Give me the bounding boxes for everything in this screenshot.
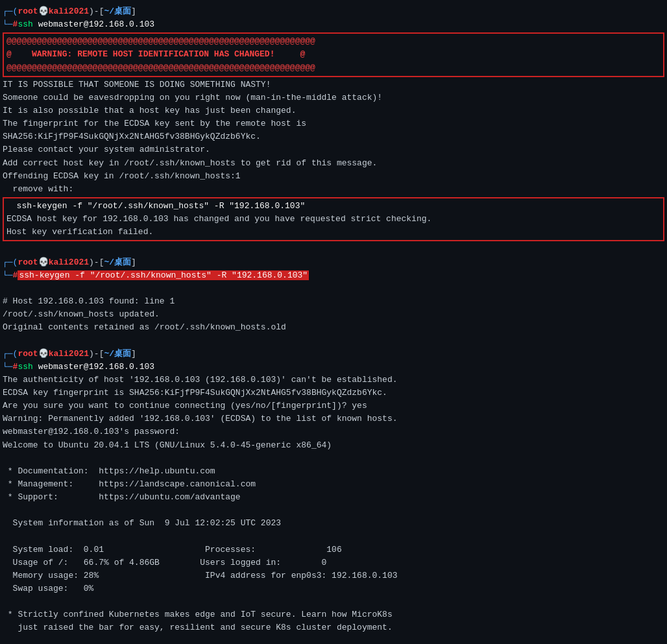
text-eavesdrop: Someone could be eavesdropping on you ri… <box>3 91 664 104</box>
prompt-cmd-text-1: ssh webmaster@192.168.0.103 <box>18 18 154 31</box>
text-add-key: Add correct host key in /root/.ssh/known… <box>3 157 664 170</box>
prompt-deco-1: ┌─( <box>3 5 18 18</box>
empty-4 <box>3 452 664 465</box>
prompt-host-1: kali2021 <box>49 5 89 18</box>
prompt-cmd-text-2: ssh-keygen -f "/root/.ssh/known_hosts" -… <box>18 269 309 282</box>
prompt-cmd-line-3: └─# ssh webmaster@192.168.0.103 <box>3 361 664 374</box>
prompt-bracket-end-2: ] <box>131 256 136 269</box>
prompt-deco-cmd-3: └─ <box>3 361 13 374</box>
terminal-window: ┌─(root💀kali2021)-[~/桌面] └─# ssh webmast… <box>0 0 667 644</box>
prompt-cmd-line-2: └─# ssh-keygen -f "/root/.ssh/known_host… <box>3 269 664 282</box>
warn-at-top: @@@@@@@@@@@@@@@@@@@@@@@@@@@@@@@@@@@@@@@@… <box>6 35 661 48</box>
keygen-highlight-block: ssh-keygen -f "/root/.ssh/known_hosts" -… <box>3 197 664 241</box>
warn-at-bot: @@@@@@@@@@@@@@@@@@@@@@@@@@@@@@@@@@@@@@@@… <box>6 62 661 75</box>
prompt-line-1: ┌─(root💀kali2021)-[~/桌面] <box>3 5 664 18</box>
prompt-deco-cmd-2: └─ <box>3 269 13 282</box>
prompt-hash-1: # <box>13 18 18 31</box>
text-authenticity: The authenticity of host '192.168.0.103 … <box>3 374 664 387</box>
text-retained: Original contents retained as /root/.ssh… <box>3 321 664 334</box>
warn-msg: @ WARNING: REMOTE HOST IDENTIFICATION HA… <box>6 48 661 61</box>
warning-block: @@@@@@@@@@@@@@@@@@@@@@@@@@@@@@@@@@@@@@@@… <box>3 32 664 77</box>
text-offending: Offending ECDSA key in /root/.ssh/known_… <box>3 170 664 183</box>
text-permanently: Warning: Permanently added '192.168.0.10… <box>3 412 664 425</box>
text-sysinfo-date: System information as of Sun 9 Jul 12:02… <box>3 517 664 530</box>
prompt-deco-3: ┌─( <box>3 348 18 361</box>
text-welcome: Welcome to Ubuntu 20.04.1 LTS (GNU/Linux… <box>3 439 664 452</box>
text-swap: Swap usage: 0% <box>3 582 664 595</box>
prompt-deco-2: ┌─( <box>3 256 18 269</box>
prompt-bracket-3: )-[ <box>89 348 104 361</box>
empty-5 <box>3 504 664 517</box>
prompt-bracket-end-1: ] <box>131 5 136 18</box>
prompt-user-2: root <box>18 256 38 269</box>
empty-3 <box>3 334 664 347</box>
prompt-line-3: ┌─(root💀kali2021)-[~/桌面] <box>3 348 664 361</box>
text-nasty: IT IS POSSIBLE THAT SOMEONE IS DOING SOM… <box>3 78 664 91</box>
text-updated: /root/.ssh/known_hosts updated. <box>3 308 664 321</box>
text-found: # Host 192.168.0.103 found: line 1 <box>3 295 664 308</box>
text-doc: * Documentation: https://help.ubuntu.com <box>3 465 664 478</box>
prompt-line-2: ┌─(root💀kali2021)-[~/桌面] <box>3 256 664 269</box>
prompt-user-3: root <box>18 348 38 361</box>
prompt-hash-3: # <box>13 361 18 374</box>
prompt-skull-1: 💀 <box>38 5 49 18</box>
prompt-host-2: kali2021 <box>49 256 89 269</box>
text-k8s-1: * Strictly confined Kubernetes makes edg… <box>3 608 664 621</box>
text-fingerprint: The fingerprint for the ECDSA key sent b… <box>3 117 664 130</box>
text-sysload: System load: 0.01 Processes: 106 <box>3 543 664 556</box>
text-keygen-cmd: ssh-keygen -f "/root/.ssh/known_hosts" -… <box>6 200 661 213</box>
text-usage: Usage of /: 66.7% of 4.86GB Users logged… <box>3 556 664 569</box>
prompt-bracket-2: )-[ <box>89 256 104 269</box>
prompt-skull-2: 💀 <box>38 256 49 269</box>
text-contact: Please contact your system administrator… <box>3 143 664 156</box>
empty-6 <box>3 530 664 543</box>
prompt-user-1: root <box>18 5 38 18</box>
text-memory: Memory usage: 28% IPv4 address for enp0s… <box>3 569 664 582</box>
prompt-path-2: ~/桌面 <box>104 256 131 269</box>
prompt-skull-3: 💀 <box>38 348 49 361</box>
text-password: webmaster@192.168.0.103's password: <box>3 425 664 438</box>
text-host-key-fail: Host key verification failed. <box>6 226 661 239</box>
prompt-bracket-end-3: ] <box>131 348 136 361</box>
text-support: * Support: https://ubuntu.com/advantage <box>3 491 664 504</box>
empty-7 <box>3 595 664 608</box>
prompt-hash-2: # <box>13 269 18 282</box>
empty-1 <box>3 243 664 256</box>
prompt-path-3: ~/桌面 <box>104 348 131 361</box>
text-remove: remove with: <box>3 183 664 196</box>
text-k8s-2: just raised the bar for easy, resilient … <box>3 621 664 634</box>
empty-8 <box>3 635 664 644</box>
prompt-host-3: kali2021 <box>49 348 89 361</box>
text-continue: Are you sure you want to continue connec… <box>3 400 664 412</box>
text-ecdsa-fp: ECDSA key fingerprint is SHA256:KiFjfP9F… <box>3 387 664 400</box>
text-sha256-1: SHA256:KiFjfP9F4SukGQNjXx2NtAHG5fv38BHGy… <box>3 130 664 143</box>
text-changed: ECDSA host key for 192.168.0.103 has cha… <box>6 213 661 226</box>
prompt-path-1: ~/桌面 <box>104 5 131 18</box>
prompt-deco-cmd-1: └─ <box>3 18 13 31</box>
text-hostkey: It is also possible that a host key has … <box>3 104 664 117</box>
prompt-bracket-1: )-[ <box>89 5 104 18</box>
prompt-cmd-text-3: ssh webmaster@192.168.0.103 <box>18 361 154 374</box>
prompt-cmd-line-1: └─# ssh webmaster@192.168.0.103 <box>3 18 664 31</box>
empty-2 <box>3 282 664 295</box>
text-mgmt: * Management: https://landscape.canonica… <box>3 478 664 491</box>
